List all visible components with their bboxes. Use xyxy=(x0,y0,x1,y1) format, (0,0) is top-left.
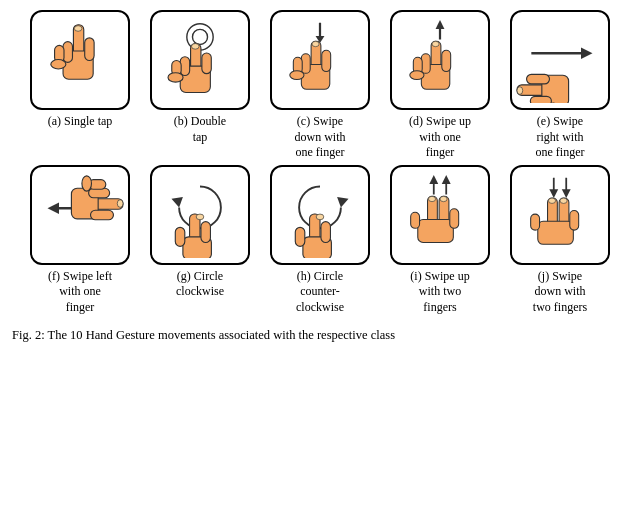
gesture-box-swipe-up-one xyxy=(390,10,490,110)
gesture-label-swipe-up-two: (i) Swipe upwith twofingers xyxy=(382,269,498,316)
gesture-box-double-tap xyxy=(150,10,250,110)
svg-marker-67 xyxy=(442,175,451,184)
svg-point-14 xyxy=(168,73,183,82)
svg-marker-58 xyxy=(337,197,348,207)
gesture-box-circle-clockwise xyxy=(150,165,250,265)
gesture-item-circle-counter: (h) Circlecounter-clockwise xyxy=(262,165,378,316)
svg-point-50 xyxy=(82,176,92,191)
gesture-label-swipe-down-one: (c) Swipedown withone finger xyxy=(262,114,378,161)
gesture-label-swipe-right-one: (e) Swiperight withone finger xyxy=(502,114,618,161)
gesture-box-swipe-up-two xyxy=(390,165,490,265)
svg-rect-56 xyxy=(175,227,185,246)
gesture-row-2: (f) Swipe leftwith onefinger xyxy=(8,165,632,316)
gesture-box-swipe-right-one xyxy=(510,10,610,110)
svg-marker-52 xyxy=(172,197,183,207)
gesture-item-circle-clockwise: (g) Circleclockwise xyxy=(142,165,258,316)
svg-point-42 xyxy=(517,87,523,95)
gesture-label-circle-clockwise: (g) Circleclockwise xyxy=(142,269,258,300)
svg-point-32 xyxy=(410,71,424,80)
svg-point-84 xyxy=(548,198,555,203)
svg-rect-39 xyxy=(530,96,551,103)
svg-marker-76 xyxy=(549,189,558,198)
svg-rect-72 xyxy=(411,212,420,228)
svg-marker-26 xyxy=(436,20,445,29)
svg-rect-38 xyxy=(527,74,550,84)
gesture-label-swipe-down-two: (j) Swipedown withtwo fingers xyxy=(502,269,618,316)
gesture-row-1: (a) Single tap xyxy=(8,10,632,161)
svg-point-23 xyxy=(290,71,304,80)
svg-marker-65 xyxy=(429,175,438,184)
svg-rect-11 xyxy=(202,53,211,74)
svg-point-74 xyxy=(440,196,447,201)
svg-rect-71 xyxy=(450,209,459,229)
svg-rect-29 xyxy=(442,50,451,71)
gesture-box-single-tap xyxy=(30,10,130,110)
svg-point-24 xyxy=(312,41,319,46)
svg-marker-35 xyxy=(581,48,592,59)
svg-point-15 xyxy=(192,44,200,50)
gesture-label-single-tap: (a) Single tap xyxy=(22,114,138,130)
svg-rect-70 xyxy=(418,219,454,242)
svg-point-33 xyxy=(432,41,439,46)
svg-point-63 xyxy=(316,214,324,220)
svg-rect-62 xyxy=(295,227,305,246)
svg-point-5 xyxy=(51,60,66,69)
svg-marker-78 xyxy=(562,189,571,198)
gesture-item-single-tap: (a) Single tap xyxy=(22,10,138,161)
gesture-item-double-tap: (b) Doubletap xyxy=(142,10,258,161)
gesture-label-swipe-up-one: (d) Swipe upwith onefinger xyxy=(382,114,498,161)
svg-rect-82 xyxy=(570,210,579,230)
svg-rect-61 xyxy=(321,221,331,242)
svg-point-73 xyxy=(428,196,435,201)
gesture-item-swipe-right-one: (e) Swiperight withone finger xyxy=(502,10,618,161)
gesture-item-swipe-left-one: (f) Swipe leftwith onefinger xyxy=(22,165,138,316)
svg-rect-81 xyxy=(538,221,574,244)
gesture-box-swipe-down-one xyxy=(270,10,370,110)
gesture-item-swipe-down-one: (c) Swipedown withone finger xyxy=(262,10,378,161)
svg-rect-83 xyxy=(531,214,540,230)
gesture-box-swipe-left-one xyxy=(30,165,130,265)
svg-point-85 xyxy=(560,198,567,203)
gesture-item-swipe-up-one: (d) Swipe upwith onefinger xyxy=(382,10,498,161)
gestures-grid: (a) Single tap xyxy=(8,10,632,344)
svg-point-7 xyxy=(192,29,207,44)
svg-point-51 xyxy=(117,199,123,207)
gesture-box-circle-counter xyxy=(270,165,370,265)
gesture-label-double-tap: (b) Doubletap xyxy=(142,114,258,145)
svg-rect-2 xyxy=(85,38,94,61)
svg-rect-55 xyxy=(201,221,211,242)
svg-rect-47 xyxy=(91,210,114,220)
gesture-box-swipe-down-two xyxy=(510,165,610,265)
svg-point-6 xyxy=(74,26,82,32)
gesture-label-circle-counter: (h) Circlecounter-clockwise xyxy=(262,269,378,316)
svg-marker-44 xyxy=(48,202,59,213)
figure-caption: Fig. 2: The 10 Hand Gesture movements as… xyxy=(8,326,632,345)
gesture-item-swipe-up-two: (i) Swipe upwith twofingers xyxy=(382,165,498,316)
gesture-item-swipe-down-two: (j) Swipedown withtwo fingers xyxy=(502,165,618,316)
gesture-label-swipe-left-one: (f) Swipe leftwith onefinger xyxy=(22,269,138,316)
svg-rect-20 xyxy=(322,50,331,71)
svg-point-57 xyxy=(196,214,204,220)
